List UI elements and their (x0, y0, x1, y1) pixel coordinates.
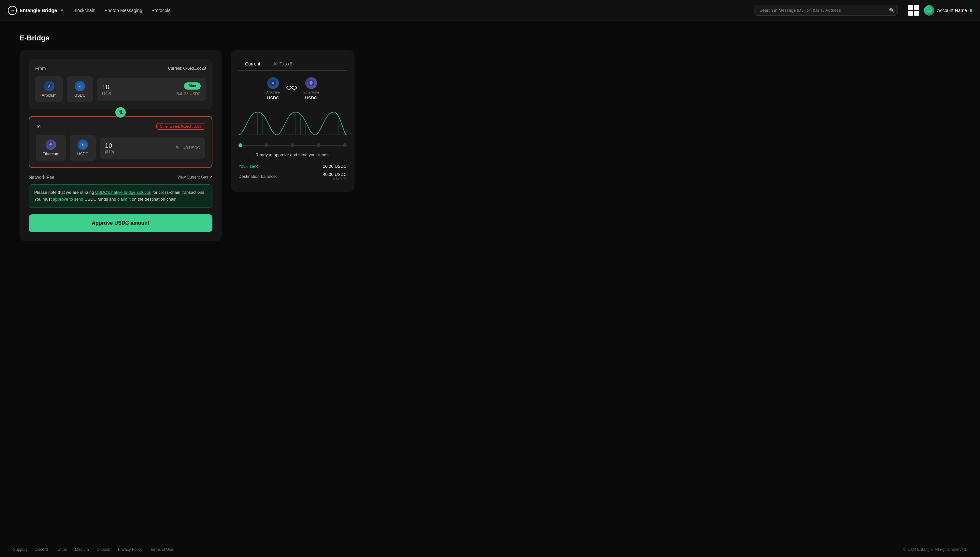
to-chain-name: Ethereum (42, 152, 59, 156)
nav-links: Blockchain Photon Messaging Protocols (73, 8, 744, 13)
search-wrap: 🔍 (755, 5, 898, 16)
dest-balance-sub: ≈ $40.00 (323, 177, 347, 181)
logo-symbol: ∞ (11, 8, 14, 13)
swap-button[interactable]: ⇅ (114, 106, 127, 119)
bridge-from-chain: Arbitrum USDC (266, 77, 280, 100)
svg-text:$: $ (82, 143, 83, 147)
footer-links: Support Discord Twitter Medium Gitbook P… (13, 547, 173, 552)
progress-dot-5 (343, 143, 347, 147)
logo-icon: ∞ (8, 6, 17, 15)
bridge-from-token: USDC (267, 95, 279, 100)
footer-privacy[interactable]: Privacy Policy (118, 547, 142, 552)
progress-line-2 (269, 145, 291, 146)
chevron-down-icon[interactable]: ▾ (61, 8, 63, 13)
page-title: E-Bridge (20, 34, 960, 42)
footer-medium[interactable]: Medium (75, 547, 89, 552)
bridge-ethereum-icon (305, 77, 317, 89)
footer-twitter[interactable]: Twitter (56, 547, 67, 552)
from-amount-usd: ($10) (102, 91, 111, 95)
from-token-name: USDC (74, 93, 85, 98)
to-label: To (36, 124, 41, 129)
info-box: Please note that we are utilizing USDC's… (29, 184, 212, 208)
logo-text: Entangle Bridge (20, 8, 57, 13)
you-send-row: You'll send 10.00 USDC (238, 164, 347, 169)
progress-dot-4 (317, 143, 321, 147)
bridge-chart (238, 106, 347, 138)
from-chain-name: Arbitrum (42, 93, 56, 98)
to-token-name: USDC (77, 152, 88, 156)
progress-indicator (238, 143, 347, 147)
progress-dot-3 (291, 143, 295, 147)
grid-icon[interactable] (908, 5, 919, 16)
claim-link[interactable]: claim it (117, 197, 130, 202)
footer-discord[interactable]: Discord (34, 547, 48, 552)
nav-right: Account Name (908, 5, 972, 16)
from-header: From Current: 0x0ed...dd28 (35, 66, 206, 71)
from-amount-section: 10 ($10) Max Bal: 28 USDC (97, 78, 206, 101)
progress-dot-2 (265, 143, 269, 147)
approve-button[interactable]: Approve USDC amount (29, 214, 212, 232)
to-amount-right: Bal: 40 USDC (176, 146, 200, 150)
you-send-value: 10.00 USDC (323, 164, 347, 169)
footer: Support Discord Twitter Medium Gitbook P… (0, 542, 980, 557)
other-wallet-badge: Other wallet: 0x0ed...dd28 (156, 123, 205, 130)
footer-gitbook[interactable]: Gitbook (97, 547, 110, 552)
footer-support[interactable]: Support (13, 547, 27, 552)
fee-row: Network Fee View Current Gas ↗ (29, 174, 212, 180)
to-chain-selector[interactable]: Ethereum (36, 135, 66, 161)
content-row: From Current: 0x0ed...dd28 (20, 50, 960, 241)
search-input[interactable] (755, 5, 898, 16)
from-chain-row: Arbitrum $ USDC 10 (35, 76, 206, 102)
usdc-to-icon: $ (78, 139, 88, 150)
from-chain-selector[interactable]: Arbitrum (35, 76, 63, 102)
bridge-from-name: Arbitrum (266, 90, 280, 94)
from-label: From (35, 66, 46, 71)
search-icon: 🔍 (889, 8, 895, 13)
from-token-selector[interactable]: $ USDC (67, 76, 93, 102)
progress-line-4 (321, 145, 343, 146)
arbitrum-icon (44, 81, 54, 91)
to-token-selector[interactable]: $ USDC (70, 135, 96, 161)
tab-current[interactable]: Current (238, 58, 267, 70)
to-balance: Bal: 40 USDC (176, 146, 200, 150)
bridge-panel: From Current: 0x0ed...dd28 (20, 50, 221, 241)
you-send-label: You'll send (238, 164, 259, 169)
bridge-infinity-icon (285, 83, 298, 94)
footer-copyright: © 2024 Entangle. All rights reserved. (903, 547, 967, 552)
tab-all-txs[interactable]: All Txs (6) (267, 58, 300, 70)
nav-photon-messaging[interactable]: Photon Messaging (104, 8, 142, 13)
bridge-arbitrum-icon (267, 77, 279, 89)
approve-link[interactable]: approve to send (53, 197, 83, 202)
dest-balance-label: Destination balance: (238, 174, 277, 179)
dest-balance-right: 40.00 USDC ≈ $40.00 (323, 172, 347, 181)
from-amount-right: Max Bal: 28 USDC (176, 82, 201, 96)
max-button[interactable]: Max (184, 82, 201, 90)
svg-text:$: $ (79, 85, 80, 88)
logo[interactable]: ∞ Entangle Bridge ▾ (8, 6, 63, 15)
dest-balance-value: 40.00 USDC (323, 172, 347, 177)
ethereum-icon (46, 139, 56, 150)
usdc-from-icon: $ (75, 81, 85, 91)
nav-protocols[interactable]: Protocols (151, 8, 170, 13)
tabs-row: Current All Txs (6) (238, 58, 347, 71)
from-balance: Bal: 28 USDC (176, 91, 201, 96)
current-wallet-display: Current: 0x0ed...dd28 (168, 66, 206, 71)
account-button[interactable]: Account Name (924, 5, 972, 16)
usdc-bridge-link[interactable]: USDC's native bridge solution (95, 190, 151, 195)
view-gas-link[interactable]: View Current Gas ↗ (177, 175, 212, 179)
swap-center: ⇅ (29, 106, 212, 119)
dest-balance-row: Destination balance: 40.00 USDC ≈ $40.00 (238, 172, 347, 181)
to-section: To Other wallet: 0x0ed...dd28 (29, 116, 212, 168)
to-amount-value: 10 (105, 142, 114, 150)
right-panel: Current All Txs (6) Arbitrum USDC (231, 50, 355, 192)
to-amount-section: 10 ($10) Bal: 40 USDC (100, 137, 205, 159)
to-header: To Other wallet: 0x0ed...dd28 (36, 123, 205, 130)
to-chain-row: Ethereum $ USDC 10 (36, 135, 205, 161)
fee-label: Network Fee (29, 174, 54, 180)
progress-line-3 (295, 145, 317, 146)
to-amount-left: 10 ($10) (105, 142, 114, 154)
footer-terms[interactable]: Terms of Use (150, 547, 173, 552)
progress-line-1 (243, 145, 265, 146)
bridge-to-name: Ethereum (303, 90, 319, 94)
nav-blockchain[interactable]: Blockchain (73, 8, 96, 13)
